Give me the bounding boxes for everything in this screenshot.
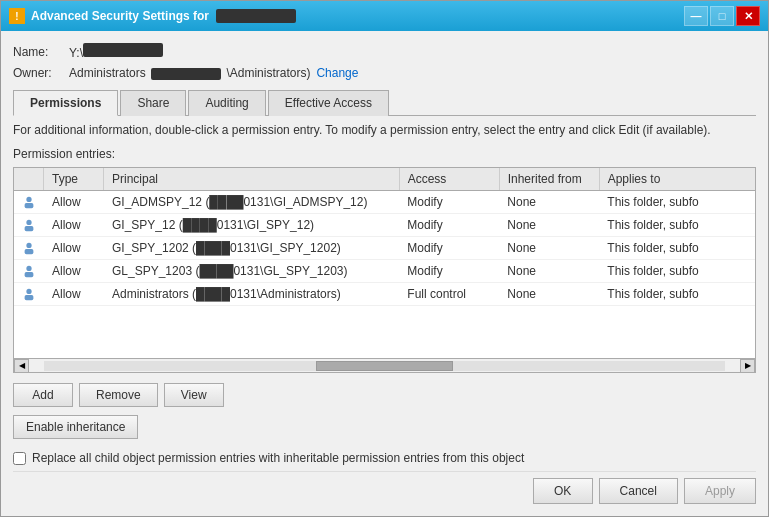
change-link[interactable]: Change (316, 66, 358, 80)
window-title: Advanced Security Settings for (31, 9, 296, 24)
apply-button[interactable]: Apply (684, 478, 756, 504)
ok-button[interactable]: OK (533, 478, 593, 504)
maximize-button[interactable]: □ (710, 6, 734, 26)
row-access-3: Modify (399, 261, 499, 281)
row-type-3: Allow (44, 261, 104, 281)
add-button[interactable]: Add (13, 383, 73, 407)
row-inherited-0: None (499, 192, 599, 212)
row-type-2: Allow (44, 238, 104, 258)
row-icon-0 (14, 191, 44, 213)
svg-rect-1 (25, 203, 34, 208)
view-button[interactable]: View (164, 383, 224, 407)
enable-inheritance-button[interactable]: Enable inheritance (13, 415, 138, 439)
window: ! Advanced Security Settings for — □ ✕ N… (0, 0, 769, 517)
owner-label: Owner: (13, 66, 63, 80)
owner-value: Administrators \Administrators) (69, 66, 310, 80)
svg-point-4 (26, 243, 31, 248)
col-inherited: Inherited from (500, 168, 600, 190)
row-applies-4: This folder, subfo (599, 284, 755, 304)
row-icon-1 (14, 214, 44, 236)
row-inherited-2: None (499, 238, 599, 258)
row-access-1: Modify (399, 215, 499, 235)
tabs-row: Permissions Share Auditing Effective Acc… (13, 90, 756, 116)
permissions-table: Type Principal Access Inherited from App… (13, 167, 756, 373)
tab-share[interactable]: Share (120, 90, 186, 116)
row-icon-2 (14, 237, 44, 259)
row-principal-2: GI_SPY_1202 (████0131\GI_SPY_1202) (104, 238, 399, 258)
row-inherited-3: None (499, 261, 599, 281)
remove-button[interactable]: Remove (79, 383, 158, 407)
title-redacted (216, 9, 296, 23)
title-bar-buttons: — □ ✕ (684, 6, 760, 26)
svg-rect-3 (25, 226, 34, 231)
tab-effective-access[interactable]: Effective Access (268, 90, 389, 116)
col-access: Access (400, 168, 500, 190)
description-text: For additional information, double-click… (13, 122, 756, 139)
scrollbar-thumb[interactable] (316, 361, 452, 371)
replace-checkbox[interactable] (13, 452, 26, 465)
table-row[interactable]: Allow GL_SPY_1203 (████0131\GL_SPY_1203)… (14, 260, 755, 283)
svg-point-0 (26, 197, 31, 202)
owner-redacted (151, 68, 221, 80)
row-type-1: Allow (44, 215, 104, 235)
col-icon (14, 168, 44, 190)
bottom-buttons-row: OK Cancel Apply (13, 471, 756, 504)
row-type-4: Allow (44, 284, 104, 304)
row-inherited-1: None (499, 215, 599, 235)
tab-auditing[interactable]: Auditing (188, 90, 265, 116)
row-applies-0: This folder, subfo (599, 192, 755, 212)
horizontal-scrollbar[interactable]: ◀ ▶ (14, 358, 755, 372)
scroll-left-button[interactable]: ◀ (14, 359, 29, 373)
scroll-right-button[interactable]: ▶ (740, 359, 755, 373)
row-icon-3 (14, 260, 44, 282)
svg-point-8 (26, 289, 31, 294)
row-applies-1: This folder, subfo (599, 215, 755, 235)
tab-permissions[interactable]: Permissions (13, 90, 118, 116)
row-access-0: Modify (399, 192, 499, 212)
name-value: Y:\ (69, 43, 163, 60)
table-row[interactable]: Allow GI_ADMSPY_12 (████0131\GI_ADMSPY_1… (14, 191, 755, 214)
scrollbar-track (44, 361, 725, 371)
minimize-button[interactable]: — (684, 6, 708, 26)
svg-point-2 (26, 220, 31, 225)
table-row[interactable]: Allow Administrators (████0131\Administr… (14, 283, 755, 306)
section-label: Permission entries: (13, 147, 756, 161)
row-principal-3: GL_SPY_1203 (████0131\GL_SPY_1203) (104, 261, 399, 281)
row-type-0: Allow (44, 192, 104, 212)
svg-rect-7 (25, 272, 34, 277)
cancel-button[interactable]: Cancel (599, 478, 678, 504)
row-access-2: Modify (399, 238, 499, 258)
close-button[interactable]: ✕ (736, 6, 760, 26)
name-row: Name: Y:\ (13, 43, 756, 60)
col-applies: Applies to (600, 168, 755, 190)
row-icon-4 (14, 283, 44, 305)
content-area: Name: Y:\ Owner: Administrators \Adminis… (1, 31, 768, 516)
row-applies-2: This folder, subfo (599, 238, 755, 258)
col-principal: Principal (104, 168, 400, 190)
title-bar-left: ! Advanced Security Settings for (9, 8, 296, 24)
name-redacted (83, 43, 163, 57)
row-principal-4: Administrators (████0131\Administrators) (104, 284, 399, 304)
owner-row: Owner: Administrators \Administrators) C… (13, 66, 756, 80)
svg-rect-5 (25, 249, 34, 254)
row-principal-0: GI_ADMSPY_12 (████0131\GI_ADMSPY_12) (104, 192, 399, 212)
row-applies-3: This folder, subfo (599, 261, 755, 281)
title-bar: ! Advanced Security Settings for — □ ✕ (1, 1, 768, 31)
app-icon: ! (9, 8, 25, 24)
svg-point-6 (26, 266, 31, 271)
name-label: Name: (13, 45, 63, 59)
row-access-4: Full control (399, 284, 499, 304)
row-principal-1: GI_SPY_12 (████0131\GI_SPY_12) (104, 215, 399, 235)
col-type: Type (44, 168, 104, 190)
replace-checkbox-label: Replace all child object permission entr… (32, 451, 524, 465)
table-row[interactable]: Allow GI_SPY_1202 (████0131\GI_SPY_1202)… (14, 237, 755, 260)
table-row[interactable]: Allow GI_SPY_12 (████0131\GI_SPY_12) Mod… (14, 214, 755, 237)
row-inherited-4: None (499, 284, 599, 304)
action-buttons-row: Add Remove View (13, 383, 756, 407)
svg-rect-9 (25, 295, 34, 300)
table-body: Allow GI_ADMSPY_12 (████0131\GI_ADMSPY_1… (14, 191, 755, 358)
replace-checkbox-row: Replace all child object permission entr… (13, 451, 756, 465)
table-header: Type Principal Access Inherited from App… (14, 168, 755, 191)
